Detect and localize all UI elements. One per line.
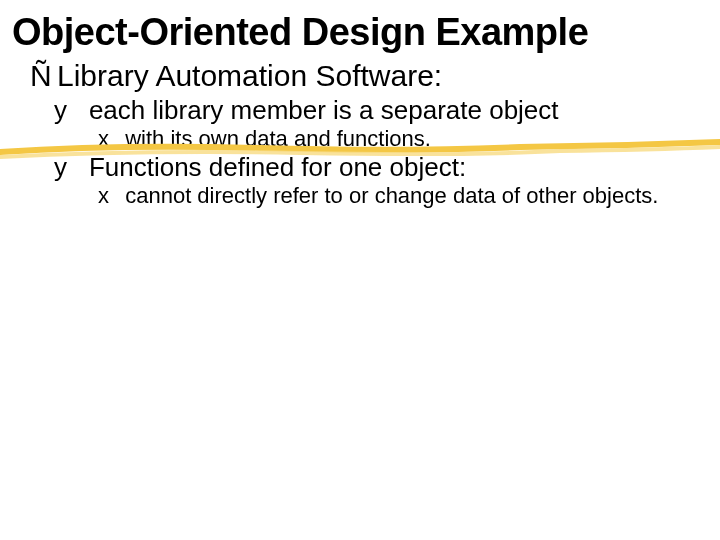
- slide-title: Object-Oriented Design Example: [0, 0, 720, 53]
- bullet-text: Library Automation Software:: [57, 59, 442, 92]
- bullet-glyph: Ñ: [30, 59, 57, 94]
- bullet-text: each library member is a separate object: [89, 95, 559, 125]
- bullet-level2: yFunctions defined for one object:: [18, 151, 720, 182]
- bullet-level1: ÑLibrary Automation Software:: [0, 53, 720, 94]
- slide: Object-Oriented Design Example ÑLibrary …: [0, 0, 720, 540]
- bullet-glyph: y: [72, 96, 89, 125]
- bullet-text: cannot directly refer to or change data …: [125, 183, 658, 208]
- bullet-glyph: x: [112, 184, 125, 209]
- bullet-text: Functions defined for one object:: [89, 152, 466, 182]
- bullet-level2: yeach library member is a separate objec…: [18, 94, 720, 125]
- bullet-level3: xcannot directly refer to or change data…: [14, 182, 720, 209]
- bullet-glyph: y: [72, 153, 89, 182]
- bullet-level3: xwith its own data and functions.: [14, 125, 720, 152]
- bullet-text: with its own data and functions.: [125, 126, 431, 151]
- bullet-glyph: x: [112, 127, 125, 152]
